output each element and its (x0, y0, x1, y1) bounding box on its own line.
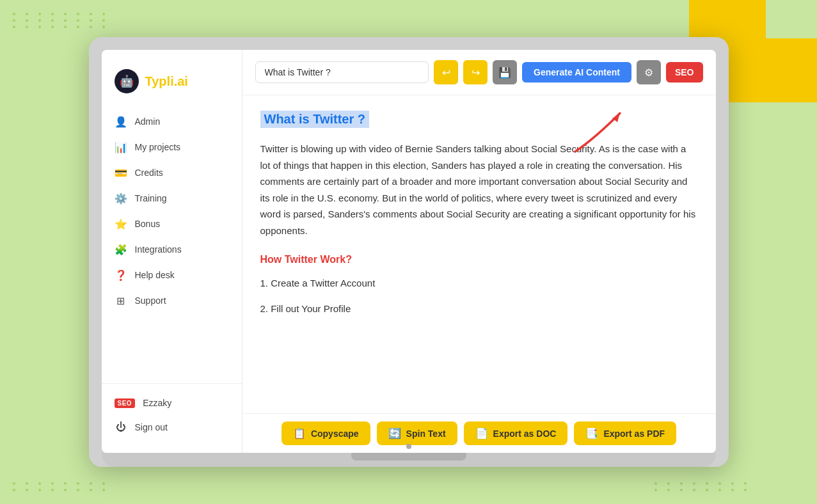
logo-icon: 🤖 (115, 69, 139, 93)
generate-ai-content-button[interactable]: Generate AI Content (522, 62, 631, 83)
export-doc-icon: 📄 (475, 427, 488, 439)
export-doc-label: Export as DOC (493, 429, 557, 439)
star-icon: ⭐ (115, 217, 127, 230)
dot-grid-bottom-left (13, 482, 111, 491)
spin-text-icon: 🔄 (388, 427, 401, 439)
toolbar: ↩ ↪ 💾 Generate AI Content ⚙ SEO (242, 50, 716, 95)
export-pdf-icon: 📑 (585, 427, 598, 439)
sidebar-label-help-desk: Help desk (135, 270, 175, 280)
sidebar-label-integrations: Integrations (135, 244, 182, 255)
sidebar-item-bonus[interactable]: ⭐ Bonus (102, 211, 242, 237)
export-pdf-label: Export as PDF (603, 429, 665, 439)
sidebar-label-my-projects: My projects (135, 142, 181, 152)
credit-card-icon: 💳 (115, 166, 127, 179)
logo-name: Typli (145, 74, 174, 88)
content-area: What is Twitter ? Twitter is blowing up … (242, 95, 716, 413)
sidebar-item-support[interactable]: ⊞ Support (102, 288, 242, 313)
sidebar-item-sign-out[interactable]: ⏻ Sign out (102, 414, 242, 440)
content-body: Twitter is blowing up with video of Bern… (260, 141, 698, 239)
spin-text-label: Spin Text (406, 429, 446, 439)
sidebar-label-admin: Admin (135, 116, 161, 127)
copyscape-label: Copyscape (311, 429, 359, 439)
seo-badge: SEO (115, 398, 136, 408)
main-content-area: ↩ ↪ 💾 Generate AI Content ⚙ SEO What is … (242, 50, 716, 453)
sidebar-item-training[interactable]: ⚙️ Training (102, 185, 242, 211)
sidebar-label-training: Training (135, 193, 167, 203)
grid-icon: ⊞ (115, 294, 127, 307)
sidebar-item-user[interactable]: SEO Ezzaky (102, 391, 242, 414)
sidebar-item-credits[interactable]: 💳 Credits (102, 160, 242, 185)
sidebar-label-credits: Credits (135, 168, 163, 178)
content-title: What is Twitter ? (260, 111, 370, 128)
export-pdf-button[interactable]: 📑 Export as PDF (574, 421, 676, 445)
logo-suffix: .ai (174, 74, 188, 88)
content-list-item-1: 1. Create a Twitter Account (260, 276, 698, 291)
sidebar-label-sign-out: Sign out (135, 422, 168, 432)
laptop-frame: 🤖 Typli.ai 👤 Admin 📊 My projects 💳 Credi… (89, 37, 729, 467)
sidebar-item-my-projects[interactable]: 📊 My projects (102, 134, 242, 160)
seo-button[interactable]: SEO (666, 62, 703, 83)
logo-area: 🤖 Typli.ai (102, 63, 242, 109)
undo-button[interactable]: ↩ (434, 60, 458, 84)
sidebar-item-integrations[interactable]: 🧩 Integrations (102, 237, 242, 262)
power-icon: ⏻ (115, 421, 127, 434)
copyscape-icon: 📋 (293, 427, 306, 439)
dot-grid-bottom-right (654, 482, 753, 491)
search-input[interactable] (255, 61, 429, 83)
chart-icon: 📊 (115, 141, 127, 154)
laptop-camera (406, 444, 411, 449)
sidebar-item-help-desk[interactable]: ❓ Help desk (102, 262, 242, 288)
laptop-base (102, 453, 716, 467)
dot-grid-top-left (13, 13, 111, 28)
content-subtitle: How Twitter Work? (260, 254, 698, 265)
sidebar-bottom: SEO Ezzaky ⏻ Sign out (102, 383, 242, 440)
redo-button[interactable]: ↪ (463, 60, 488, 84)
bg-decoration-right (766, 38, 817, 102)
save-button[interactable]: 💾 (493, 60, 517, 84)
sidebar-item-admin[interactable]: 👤 Admin (102, 109, 242, 134)
sidebar-label-support: Support (135, 295, 166, 306)
user-name: Ezzaky (143, 398, 171, 408)
spin-text-button[interactable]: 🔄 Spin Text (377, 421, 457, 445)
sidebar-label-bonus: Bonus (135, 219, 161, 229)
copyscape-button[interactable]: 📋 Copyscape (282, 421, 370, 445)
laptop-screen: 🤖 Typli.ai 👤 Admin 📊 My projects 💳 Credi… (102, 50, 716, 453)
content-list-item-2: 2. Fill out Your Profile (260, 301, 698, 317)
svg-marker-0 (612, 113, 620, 122)
sidebar: 🤖 Typli.ai 👤 Admin 📊 My projects 💳 Credi… (102, 50, 242, 453)
action-bar: 📋 Copyscape 🔄 Spin Text 📄 Export as DOC … (242, 413, 716, 453)
settings-icon: ⚙️ (115, 192, 127, 205)
puzzle-icon: 🧩 (115, 243, 127, 256)
logo-text: Typli.ai (145, 74, 188, 89)
settings-button[interactable]: ⚙ (637, 60, 661, 84)
user-icon: 👤 (115, 115, 127, 128)
export-doc-button[interactable]: 📄 Export as DOC (464, 421, 568, 445)
help-icon: ❓ (115, 269, 127, 281)
